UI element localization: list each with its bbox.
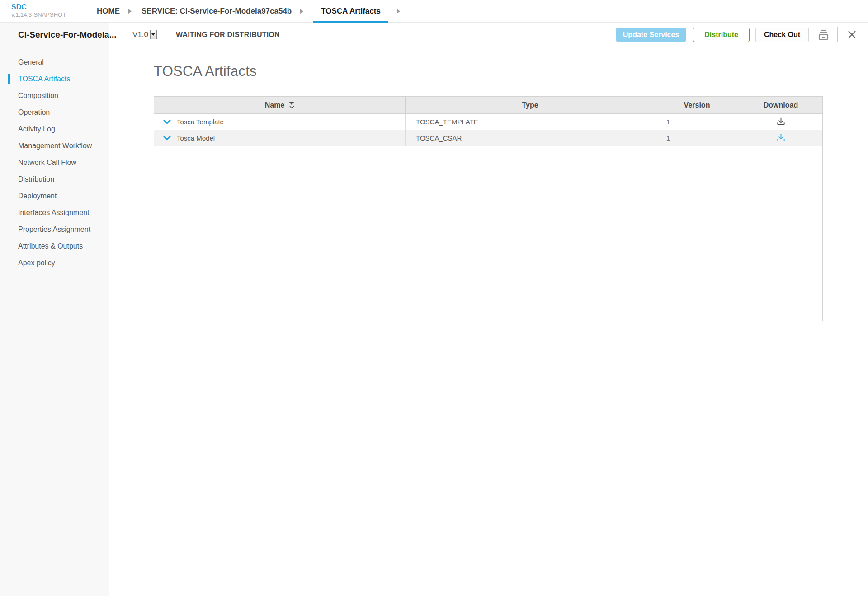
table-row: Tosca Template TOSCA_TEMPLATE 1: [154, 114, 822, 130]
artifact-download-cell: [739, 114, 822, 130]
app-version: v.1.14.3-SNAPSHOT: [11, 11, 66, 19]
sidebar-item-activity-log[interactable]: Activity Log: [0, 121, 109, 137]
artifact-type: TOSCA_CSAR: [416, 134, 462, 142]
column-header-version: Version: [655, 97, 739, 113]
sidebar-item-properties-assignment[interactable]: Properties Assignment: [0, 221, 109, 238]
breadcrumb-tosca-artifacts[interactable]: TOSCA Artifacts: [313, 0, 388, 23]
breadcrumb-arrow-icon: [128, 9, 132, 14]
artifact-name-cell: Tosca Model: [154, 130, 406, 146]
expand-row-button[interactable]: [163, 119, 171, 125]
artifact-type-cell: TOSCA_CSAR: [406, 130, 655, 146]
sort-icon: [289, 102, 294, 109]
breadcrumb-arrow-icon: [300, 9, 303, 14]
artifact-version-cell: 1: [655, 130, 739, 146]
update-services-button[interactable]: Update Services: [616, 28, 686, 42]
artifact-name: Tosca Model: [177, 134, 215, 142]
column-header-name-label: Name: [265, 101, 285, 109]
version-dropdown-button[interactable]: [150, 30, 157, 39]
top-nav: SDC v.1.14.3-SNAPSHOT HOME SERVICE: CI-S…: [0, 0, 868, 23]
column-header-download-label: Download: [764, 101, 798, 109]
sidebar-item-operation[interactable]: Operation: [0, 104, 109, 121]
close-icon: [848, 30, 856, 39]
sdc-logo[interactable]: SDC v.1.14.3-SNAPSHOT: [11, 3, 66, 19]
column-header-type-label: Type: [522, 101, 538, 109]
download-button[interactable]: [776, 117, 786, 127]
sidebar-header: CI-Service-For-Modela...: [0, 23, 109, 47]
sidebar-item-attributes-outputs[interactable]: Attributes & Outputs: [0, 238, 109, 254]
artifact-version: 1: [666, 134, 670, 142]
close-button[interactable]: [848, 30, 856, 39]
artifact-type-cell: TOSCA_TEMPLATE: [406, 114, 655, 130]
chevron-down-icon: [163, 119, 171, 125]
page-title: TOSCA Artifacts: [154, 63, 257, 80]
breadcrumb: HOME SERVICE: CI-Service-For-Modela97ca5…: [97, 0, 410, 23]
table-header-row: Name Type Version Download: [154, 97, 822, 114]
column-header-type: Type: [406, 97, 655, 113]
artifact-name: Tosca Template: [177, 118, 224, 126]
header-divider: [837, 27, 838, 42]
logo-text: SDC: [11, 3, 66, 11]
download-icon: [776, 133, 786, 143]
service-name: CI-Service-For-Modela...: [18, 30, 117, 40]
artifact-version-cell: 1: [655, 114, 739, 130]
download-button[interactable]: [776, 133, 786, 143]
column-header-download: Download: [739, 97, 822, 113]
sidebar-item-composition[interactable]: Composition: [0, 87, 109, 104]
breadcrumb-arrow-icon: [397, 9, 400, 14]
tosca-artifacts-table: Name Type Version Download Tosc: [154, 96, 823, 321]
header-actions: Update Services Distribute Check Out: [616, 23, 868, 47]
check-out-button[interactable]: Check Out: [755, 28, 809, 42]
sidebar-item-deployment[interactable]: Deployment: [0, 188, 109, 204]
print-button[interactable]: [817, 29, 830, 40]
sidebar-item-management-workflow[interactable]: Management Workflow: [0, 137, 109, 154]
artifact-type: TOSCA_TEMPLATE: [416, 118, 478, 126]
chevron-down-icon: [151, 33, 155, 36]
sidebar-item-distribution[interactable]: Distribution: [0, 171, 109, 188]
sidebar: General TOSCA Artifacts Composition Oper…: [0, 47, 109, 596]
expand-row-button[interactable]: [163, 136, 171, 141]
download-icon: [776, 117, 786, 127]
column-header-name[interactable]: Name: [154, 97, 406, 113]
sort-chevron-down-icon: [289, 106, 294, 109]
header-divider: [158, 25, 158, 44]
artifact-name-cell: Tosca Template: [154, 114, 406, 130]
artifact-version: 1: [666, 118, 670, 126]
version-selector[interactable]: V1.0: [132, 23, 157, 47]
version-selected-value: V1.0: [132, 30, 148, 39]
sort-funnel-shape: [289, 102, 294, 105]
table-row: Tosca Model TOSCA_CSAR 1: [154, 130, 822, 146]
chevron-down-icon: [163, 136, 171, 141]
sidebar-item-apex-policy[interactable]: Apex policy: [0, 254, 109, 271]
breadcrumb-service[interactable]: SERVICE: CI-Service-For-Modela97ca54b: [142, 0, 292, 23]
artifact-download-cell: [739, 130, 822, 146]
column-header-version-label: Version: [684, 101, 710, 109]
distribute-button[interactable]: Distribute: [693, 28, 750, 42]
service-header-bar: CI-Service-For-Modela... V1.0 WAITING FO…: [0, 23, 868, 47]
lifecycle-status-label: WAITING FOR DISTRIBUTION: [176, 23, 280, 47]
breadcrumb-home[interactable]: HOME: [97, 0, 120, 23]
sidebar-item-tosca-artifacts[interactable]: TOSCA Artifacts: [0, 70, 109, 87]
sidebar-item-network-call-flow[interactable]: Network Call Flow: [0, 154, 109, 171]
sidebar-item-general[interactable]: General: [0, 54, 109, 70]
sidebar-item-interfaces-assignment[interactable]: Interfaces Assignment: [0, 204, 109, 221]
print-icon: [817, 29, 830, 40]
